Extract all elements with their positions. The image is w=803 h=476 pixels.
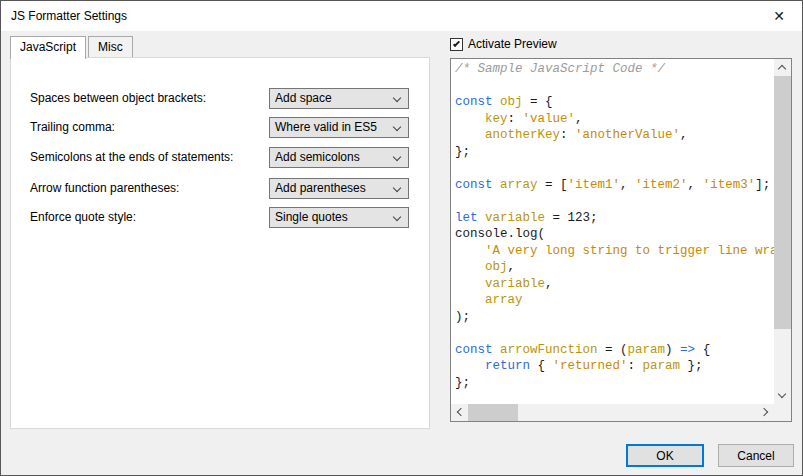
semicolons-value: Add semicolons	[275, 150, 360, 164]
object-brackets-dropdown[interactable]: Add space	[269, 88, 409, 109]
code-area: /* Sample JavaScript Code */ const obj =…	[451, 59, 774, 404]
trailing-comma-value: Where valid in ES5	[275, 120, 377, 134]
scroll-up-button[interactable]	[774, 59, 791, 76]
chevron-down-icon	[393, 184, 401, 192]
arrow-parens-label: Arrow function parentheses:	[30, 181, 179, 195]
close-icon[interactable]: ✕	[756, 1, 802, 31]
chevron-up-icon	[778, 65, 786, 73]
js-formatter-settings-dialog: JS Formatter Settings ✕ JavaScript Misc …	[0, 0, 803, 476]
trailing-comma-label: Trailing comma:	[30, 120, 115, 134]
chevron-down-icon	[393, 123, 401, 131]
semicolons-label: Semicolons at the ends of statements:	[30, 150, 233, 164]
horizontal-scrollbar-thumb[interactable]	[468, 404, 518, 421]
arrow-parens-value: Add parentheses	[275, 181, 366, 195]
javascript-tab-page: Spaces between object brackets: Add spac…	[10, 57, 430, 429]
chevron-down-icon	[778, 390, 786, 398]
object-brackets-label: Spaces between object brackets:	[30, 91, 206, 105]
vertical-scrollbar[interactable]	[774, 59, 791, 404]
trailing-comma-dropdown[interactable]: Where valid in ES5	[269, 117, 409, 138]
setting-row-arrow-parens: Arrow function parentheses: Add parenthe…	[11, 178, 429, 199]
quote-style-label: Enforce quote style:	[30, 210, 136, 224]
setting-row-semicolons: Semicolons at the ends of statements: Ad…	[11, 147, 429, 168]
scrollbar-corner	[774, 404, 791, 421]
object-brackets-value: Add space	[275, 91, 332, 105]
checkmark-icon	[453, 40, 460, 47]
window-title: JS Formatter Settings	[11, 1, 127, 31]
horizontal-scrollbar[interactable]	[451, 404, 774, 421]
tab-javascript[interactable]: JavaScript	[10, 36, 86, 59]
vertical-scrollbar-thumb[interactable]	[774, 76, 791, 329]
chevron-right-icon	[760, 408, 768, 416]
code-preview-pane: /* Sample JavaScript Code */ const obj =…	[450, 58, 792, 422]
arrow-parens-dropdown[interactable]: Add parentheses	[269, 178, 409, 199]
tab-misc[interactable]: Misc	[88, 36, 133, 58]
scroll-left-button[interactable]	[451, 404, 468, 421]
scroll-right-button[interactable]	[757, 404, 774, 421]
semicolons-dropdown[interactable]: Add semicolons	[269, 147, 409, 168]
titlebar: JS Formatter Settings ✕	[1, 1, 802, 31]
setting-row-trailing-comma: Trailing comma: Where valid in ES5	[11, 117, 429, 138]
chevron-down-icon	[393, 153, 401, 161]
chevron-down-icon	[393, 213, 401, 221]
checkbox-box[interactable]	[450, 38, 463, 51]
quote-style-value: Single quotes	[275, 210, 348, 224]
setting-row-quote-style: Enforce quote style: Single quotes	[11, 207, 429, 228]
scroll-down-button[interactable]	[774, 387, 791, 404]
setting-row-object-brackets: Spaces between object brackets: Add spac…	[11, 88, 429, 109]
cancel-button[interactable]: Cancel	[718, 444, 794, 467]
activate-preview-label: Activate Preview	[468, 37, 557, 51]
quote-style-dropdown[interactable]: Single quotes	[269, 207, 409, 228]
chevron-left-icon	[457, 408, 465, 416]
ok-button[interactable]: OK	[626, 444, 704, 467]
chevron-down-icon	[393, 94, 401, 102]
